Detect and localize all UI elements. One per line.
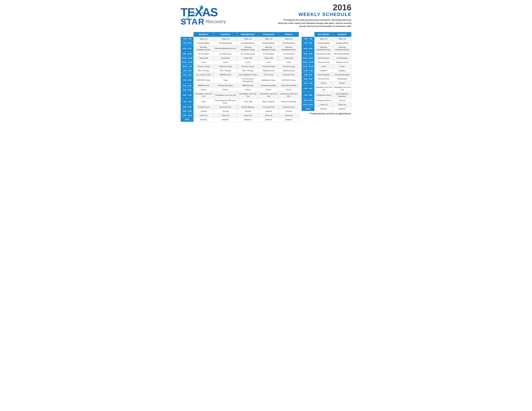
wednesday-cell: Dual Diagnosis Group — [237, 73, 259, 77]
time-cell-weekend: 7:00 - 9:00 — [302, 92, 314, 98]
thursday-cell: Bedtime — [259, 118, 279, 122]
tuesday-cell: Process Group — [214, 64, 237, 68]
main-header-row: MONDAY TUESDAY WEDNESDAY THURSDAY FRIDAY — [181, 32, 299, 37]
thursday-cell: Process Group — [259, 64, 279, 68]
thursday-cell: Study Hall — [259, 56, 279, 60]
thursday-cell: CBT Group — [259, 73, 279, 77]
table-row: 10:45 - 11:30 Process Group Process Grou… — [302, 60, 352, 64]
time-cell-weekend: 7:30 - 8:30 — [302, 41, 314, 45]
col-friday: FRIDAY — [279, 32, 299, 37]
tuesday-cell: Nursing Education — [214, 84, 237, 88]
tuesday-cell: Journal — [214, 109, 237, 113]
table-row: 7:30 - 8:30 Breakfast/Meds Breakfast/Med… — [181, 41, 299, 45]
sunday-cell: Wake Up — [333, 37, 352, 41]
monday-cell: Breakfast/Meds — [194, 41, 214, 45]
friday-cell: Dinner — [279, 88, 299, 92]
friday-cell: Bedtime — [279, 118, 299, 122]
time-cell-weekend: 9:00 - 9:30 — [302, 52, 314, 56]
empty-header — [181, 32, 194, 37]
table-row: 3:35- 4:30 Guest Speaker Nursing Educati… — [302, 73, 352, 77]
monday-cell: Wake Up — [194, 37, 214, 41]
time-cell-weekend: 5:30 - 6:30 — [302, 81, 314, 85]
saturday-cell: Clean Up — [314, 103, 333, 107]
page-header: TEXAS STAR Recovery 2016 WEEKLY SCHEDULE… — [180, 3, 352, 29]
time-cell: 8:00 - 8:50 — [181, 105, 194, 109]
col-saturday: SATURDAY — [314, 32, 333, 37]
thursday-cell: Breakfast/Meds — [259, 41, 279, 45]
saturday-cell: Therapeutic Movie — [314, 98, 333, 103]
table-row: 10:30 Bedtime Bedtime Bedtime Bedtime Be… — [181, 118, 299, 122]
sunday-cell: Process Group — [333, 60, 352, 64]
table-row: 11:30 - 12:30 Lunch Lunch — [302, 64, 352, 68]
thursday-cell: Walk/Exercise — [259, 68, 279, 73]
table-row: 4:40 - 5:30 Personal Time AA Meeting — [302, 77, 352, 81]
wednesday-cell: Alumni Meeting — [237, 105, 259, 109]
table-row: 12:30 - 3:25 Visitation* Visitation — [302, 68, 352, 73]
wednesday-cell: Journal — [237, 109, 259, 113]
footnote: *Family therapy sessions by appointment. — [302, 112, 352, 115]
time-cell: 9:30 - 10:30 — [181, 52, 194, 56]
weekend-table: SATURDAY SUNDAY 7:00 - 7:30 Wake Up Wake… — [302, 32, 352, 111]
table-row: 7:00 - 7:30 Wake Up Wake Up Wake Up Wake… — [181, 37, 299, 41]
table-row: 10:45 - 11:30 Study Hall Study Hall Stud… — [181, 56, 299, 60]
time-cell: 1:25 - 2:30 — [181, 68, 194, 73]
tuesday-cell: Lunch — [214, 60, 237, 64]
time-cell: 9:30 - 10:30 — [181, 113, 194, 118]
sunday-cell: Orientation and Coin Out — [333, 85, 352, 92]
friday-cell: Lunch — [279, 60, 299, 64]
monday-cell: REC Therapy — [194, 68, 214, 73]
monday-cell: Walk/Exercise — [194, 84, 214, 88]
saturday-cell: Nursing Education — [314, 52, 333, 56]
time-cell-weekend: 8:30 - 9:00 — [302, 45, 314, 52]
tuesday-cell: Clean Up — [214, 113, 237, 118]
table-row: 4:40 - 5:30 Walk/Exercise Nursing Educat… — [181, 84, 299, 88]
friday-cell: DBT/CBT Group — [279, 77, 299, 84]
wednesday-cell: Study Hall — [237, 56, 259, 60]
sunday-cell: AA Meeting — [333, 77, 352, 81]
sunday-cell: Journal — [333, 98, 352, 103]
sunday-cell: Visitation — [333, 68, 352, 73]
thursday-cell: Orientation and Coin Out — [259, 92, 279, 98]
monday-cell: Yoga — [194, 98, 214, 105]
friday-cell: Wake Up — [279, 37, 299, 41]
tuesday-cell: Study Hall — [214, 56, 237, 60]
tuesday-cell: Yoga — [214, 77, 237, 84]
col-thursday: THURSDAY — [259, 32, 279, 37]
friday-cell: CD Education — [279, 52, 299, 56]
table-row: 7:30 - 8:30 Breakfast/Meds Breakfast/Med… — [302, 41, 352, 45]
thursday-cell: Back to Basics — [259, 98, 279, 105]
col-tuesday: TUESDAY — [214, 32, 237, 37]
wednesday-cell: Breakfast/Meds — [237, 41, 259, 45]
thursday-cell: Journal — [259, 109, 279, 113]
friday-cell: Process Group — [279, 64, 299, 68]
friday-cell: Study Hall — [279, 56, 299, 60]
sunday-cell: Nursing Education — [333, 73, 352, 77]
table-row: 5:30 - 6:30 Dinner Dinner Dinner Dinner … — [181, 88, 299, 92]
wednesday-cell: OT led Stress Management — [237, 77, 259, 84]
monday-cell: Study Hall — [194, 56, 214, 60]
table-row: 12:30 - 1:15 Process Group Process Group… — [181, 64, 299, 68]
sunday-cell: Lunch — [333, 64, 352, 68]
wednesday-cell: Bedtime — [237, 118, 259, 122]
logo-recovery: Recovery — [206, 19, 226, 24]
table-row: 9:00 - 9:30 Therapeutic Movie Journal — [302, 98, 352, 103]
time-cell: 5:30 - 6:30 — [181, 88, 194, 92]
sunday-cell: Morning Meditation — [333, 52, 352, 56]
saturday-cell: Wake Up — [314, 37, 333, 41]
saturday-cell: Lunch — [314, 64, 333, 68]
table-row: 11:30 - 12:30 Lunch Lunch Lunch Lunch Lu… — [181, 60, 299, 64]
time-cell-weekend: 10:30 — [302, 107, 314, 111]
empty-header-weekend — [302, 32, 314, 37]
table-row: 9:30 - 10:30 Clean Up Clean Up Clean Up … — [181, 113, 299, 118]
main-table: MONDAY TUESDAY WEDNESDAY THURSDAY FRIDAY… — [180, 32, 299, 122]
monday-cell: Bedtime — [194, 118, 214, 122]
monday-cell: Lunch — [194, 60, 214, 64]
time-cell-weekend: 10:45 - 11:30 — [302, 60, 314, 64]
monday-cell: 12-Step Group — [194, 105, 214, 109]
wednesday-cell: Process Group — [237, 64, 259, 68]
tuesday-cell: Breakfast/Meds — [214, 41, 237, 45]
friday-cell: Personal Time — [279, 105, 299, 109]
time-cell-weekend: 12:30 - 3:25 — [302, 68, 314, 73]
monday-cell: DBT/CBT Group — [194, 77, 214, 84]
table-row: 1:25 - 2:30 REC Therapy REC Therapy REC … — [181, 68, 299, 73]
